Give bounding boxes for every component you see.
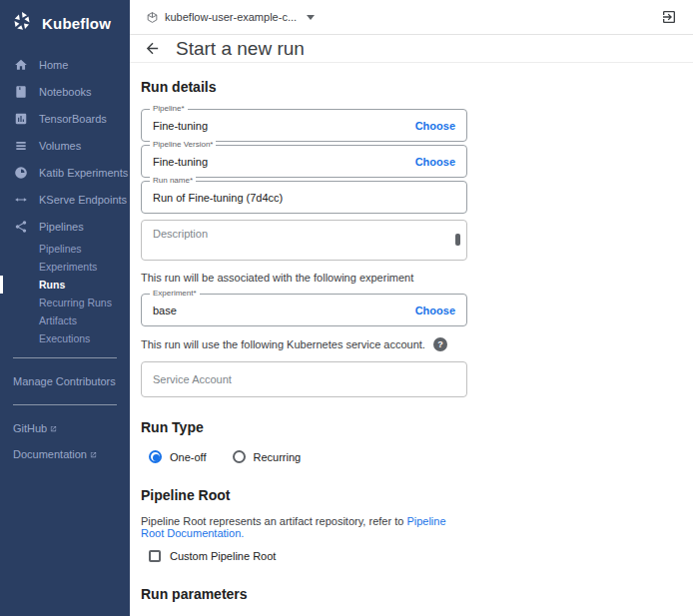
sidebar-item-manage-contributors[interactable]: Manage Contributors bbox=[0, 368, 130, 394]
experiment-field-label: Experiment* bbox=[150, 290, 200, 298]
radio-selected-icon bbox=[149, 450, 162, 463]
app-window: Kubeflow Home Notebooks TensorBoards bbox=[0, 0, 693, 616]
katib-icon bbox=[13, 165, 28, 180]
form-content: Run details Pipeline* Choose Pipeline Ve… bbox=[130, 63, 693, 616]
namespace-selector[interactable]: kubeflow-user-example-c... bbox=[146, 11, 315, 24]
logout-icon bbox=[661, 9, 677, 25]
external-link-icon bbox=[50, 422, 57, 434]
sidebar-item-label: KServe Endpoints bbox=[39, 194, 127, 206]
checkbox-unchecked-icon bbox=[149, 550, 161, 562]
pipeline-version-field: Pipeline Version* Choose bbox=[141, 145, 467, 178]
topbar: kubeflow-user-example-c... bbox=[130, 0, 693, 35]
service-account-note: This run will use the following Kubernet… bbox=[141, 337, 467, 351]
sidebar-link-label: Documentation bbox=[13, 448, 87, 460]
home-icon bbox=[13, 57, 28, 72]
main-area: kubeflow-user-example-c... Start a new r… bbox=[130, 0, 693, 616]
radio-unselected-icon bbox=[233, 450, 246, 463]
run-parameters-heading: Run parameters bbox=[141, 586, 467, 602]
resize-handle[interactable] bbox=[455, 234, 460, 246]
sidebar-subitem-runs[interactable]: Runs bbox=[0, 276, 130, 294]
sidebar-divider bbox=[13, 404, 117, 405]
service-account-field bbox=[141, 361, 467, 397]
sidebar: Kubeflow Home Notebooks TensorBoards bbox=[0, 0, 130, 616]
sidebar-item-pipelines[interactable]: Pipelines bbox=[0, 213, 130, 240]
experiment-note: This run will be associated with the fol… bbox=[141, 272, 467, 284]
pipeline-input[interactable] bbox=[153, 120, 407, 132]
sidebar-item-volumes[interactable]: Volumes bbox=[0, 132, 130, 159]
sidebar-nav: Home Notebooks TensorBoards Volumes bbox=[0, 51, 130, 467]
sidebar-subitem-recurring-runs[interactable]: Recurring Runs bbox=[0, 294, 130, 311]
sidebar-item-label: Notebooks bbox=[39, 86, 92, 98]
run-details-heading: Run details bbox=[141, 79, 682, 95]
sidebar-subitem-artifacts[interactable]: Artifacts bbox=[0, 311, 130, 329]
namespace-cube-icon bbox=[146, 11, 159, 24]
pipelines-icon bbox=[13, 219, 28, 234]
custom-pipeline-root-option[interactable]: Custom Pipeline Root bbox=[149, 550, 467, 562]
pipeline-choose-button[interactable]: Choose bbox=[415, 120, 455, 132]
radio-label: Recurring bbox=[254, 451, 302, 463]
sidebar-link-documentation[interactable]: Documentation bbox=[0, 441, 130, 467]
sidebar-link-label: GitHub bbox=[13, 422, 47, 434]
sidebar-subitem-pipelines[interactable]: Pipelines bbox=[0, 240, 130, 258]
service-account-note-text: This run will use the following Kubernet… bbox=[141, 338, 425, 350]
sidebar-item-label: TensorBoards bbox=[39, 113, 107, 125]
sidebar-item-notebooks[interactable]: Notebooks bbox=[0, 78, 130, 105]
description-input[interactable] bbox=[153, 228, 448, 260]
sidebar-divider bbox=[13, 357, 117, 358]
kubeflow-logo-icon bbox=[10, 9, 34, 37]
sidebar-item-label: Volumes bbox=[39, 140, 81, 152]
experiment-input[interactable] bbox=[153, 305, 407, 316]
kubeflow-logo-text: Kubeflow bbox=[42, 15, 111, 32]
pipeline-root-description: Pipeline Root represents an artifact rep… bbox=[141, 515, 467, 539]
sidebar-item-home[interactable]: Home bbox=[0, 51, 130, 78]
pipeline-version-input[interactable] bbox=[153, 156, 407, 168]
help-icon[interactable]: ? bbox=[433, 337, 447, 351]
run-name-input[interactable] bbox=[153, 192, 455, 204]
sidebar-subitem-executions[interactable]: Executions bbox=[0, 329, 130, 347]
run-type-options: One-off Recurring bbox=[149, 450, 467, 463]
radio-one-off[interactable]: One-off bbox=[149, 450, 207, 463]
back-button[interactable] bbox=[144, 40, 161, 57]
pipeline-root-heading: Pipeline Root bbox=[141, 487, 467, 503]
kserve-endpoints-icon bbox=[13, 192, 28, 207]
sidebar-item-katib-experiments[interactable]: Katib Experiments bbox=[0, 159, 130, 186]
sidebar-item-kserve-endpoints[interactable]: KServe Endpoints bbox=[0, 186, 130, 213]
namespace-label: kubeflow-user-example-c... bbox=[165, 11, 297, 23]
external-link-icon bbox=[90, 448, 97, 460]
service-account-input[interactable] bbox=[153, 373, 455, 385]
checkbox-label: Custom Pipeline Root bbox=[170, 550, 276, 562]
chevron-down-icon bbox=[307, 15, 315, 20]
logout-button[interactable] bbox=[661, 9, 677, 25]
sidebar-item-tensorboards[interactable]: TensorBoards bbox=[0, 105, 130, 132]
description-field bbox=[141, 220, 467, 261]
run-type-heading: Run Type bbox=[141, 419, 467, 435]
kubeflow-logo[interactable]: Kubeflow bbox=[0, 0, 130, 47]
notebook-icon bbox=[13, 84, 28, 99]
pipeline-field: Pipeline* Choose bbox=[141, 109, 467, 142]
page-title: Start a new run bbox=[176, 38, 305, 60]
sidebar-link-github[interactable]: GitHub bbox=[0, 415, 130, 441]
sidebar-item-label: Pipelines bbox=[39, 221, 84, 233]
pipeline-field-label: Pipeline* bbox=[150, 105, 188, 113]
pipeline-version-choose-button[interactable]: Choose bbox=[415, 156, 455, 168]
volumes-icon bbox=[13, 138, 28, 153]
back-arrow-icon bbox=[144, 40, 161, 57]
sidebar-item-label: Katib Experiments bbox=[39, 167, 128, 179]
run-name-field: Run name* bbox=[141, 181, 467, 214]
page-header: Start a new run bbox=[130, 35, 693, 63]
radio-recurring[interactable]: Recurring bbox=[233, 450, 302, 463]
pipeline-root-text: Pipeline Root represents an artifact rep… bbox=[141, 515, 406, 527]
experiment-field: Experiment* Choose bbox=[141, 294, 467, 326]
tensorboard-icon bbox=[13, 111, 28, 126]
pipeline-version-field-label: Pipeline Version* bbox=[150, 141, 216, 149]
radio-label: One-off bbox=[170, 451, 207, 463]
sidebar-item-label: Home bbox=[39, 59, 68, 71]
experiment-choose-button[interactable]: Choose bbox=[415, 305, 455, 316]
run-name-field-label: Run name* bbox=[150, 177, 196, 185]
sidebar-subitem-experiments[interactable]: Experiments bbox=[0, 258, 130, 276]
